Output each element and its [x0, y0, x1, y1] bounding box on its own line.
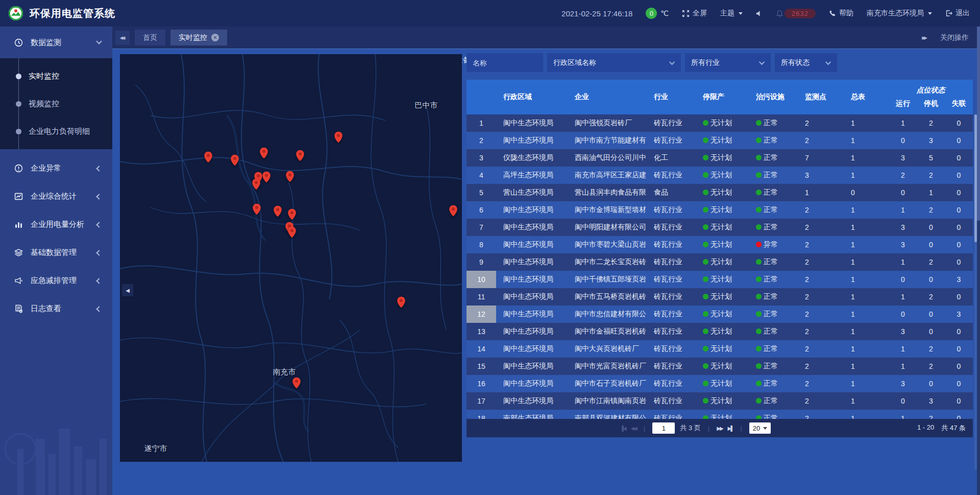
cell-halt-count: 2	[917, 414, 945, 419]
next-page-button[interactable]: ▶▶	[717, 426, 722, 431]
map-pin[interactable]	[204, 151, 213, 163]
table-row[interactable]: 4 高坪生态环境局 南充市高坪区王家店建 砖瓦行业 无计划 正常 3 1 2 2…	[467, 167, 973, 184]
cell-facility-status: 正常	[749, 257, 798, 267]
cell-meter-count: 1	[844, 310, 889, 318]
sidebar-item-base-data-management[interactable]: 基础数据管理	[0, 239, 112, 267]
cell-stop-status: 无计划	[696, 153, 749, 162]
cell-company: 南部县双河建材有限公	[568, 414, 647, 419]
header-monitor: 监测点	[798, 92, 844, 102]
sidebar-item-emergency-reduction[interactable]: 应急减排管理	[0, 267, 112, 295]
help-button[interactable]: 帮助	[829, 9, 853, 18]
sidebar-item-video-monitoring[interactable]: 视频监控	[0, 90, 112, 117]
sidebar-item-realtime-monitoring[interactable]: 实时监控	[0, 62, 112, 90]
notifications-button[interactable]: 2632	[776, 9, 816, 18]
map-pin[interactable]	[334, 131, 343, 143]
map-pin[interactable]	[287, 208, 297, 220]
chevron-down-icon	[759, 59, 765, 64]
map-pin[interactable]	[296, 150, 305, 161]
table-row[interactable]: 9 阆中生态环境局 阆中市二龙长宝页岩砖 砖瓦行业 无计划 正常 2 1 1 2…	[467, 253, 973, 271]
map-pin[interactable]	[262, 171, 271, 183]
chevron-left-icon	[96, 250, 102, 255]
sidebar-item-enterprise-abnormal[interactable]: 企业异常	[0, 154, 112, 182]
tabs-scroll-right-button[interactable]: ▶▶	[922, 35, 926, 40]
fullscreen-button[interactable]: 全屏	[682, 9, 707, 18]
cell-monitor-count: 2	[798, 327, 844, 336]
table-row[interactable]: 6 阆中生态环境局 阆中市金博瑞新型墙材 砖瓦行业 无计划 正常 2 1 1 2…	[467, 201, 973, 219]
tab-home[interactable]: 首页	[135, 30, 165, 45]
cell-halt-count: 2	[917, 362, 945, 370]
cell-seq: 4	[467, 167, 496, 184]
cell-seq: 14	[467, 340, 496, 358]
cell-run-count: 0	[889, 397, 917, 405]
cell-company: 阆中市南方节能建材有	[568, 136, 647, 145]
sidebar-item-enterprise-statistics[interactable]: 企业综合统计	[0, 182, 112, 210]
map-pin[interactable]	[230, 154, 239, 166]
cell-region: 阆中生态环境局	[496, 344, 568, 353]
table-row[interactable]: 14 阆中生态环境局 阆中大兴页岩机砖厂 砖瓦行业 无计划 正常 2 1 1 2…	[467, 340, 973, 358]
prev-page-button[interactable]: ◀◀	[631, 426, 636, 431]
map-pin[interactable]	[259, 147, 268, 159]
org-dropdown[interactable]: 南充市生态环境局	[867, 9, 932, 18]
industry-select[interactable]: 所有行业	[685, 53, 771, 72]
sidebar: 数据监测 实时监控 视频监控 企业电力负荷明细 企业异常	[0, 27, 112, 495]
table-row[interactable]: 12 阆中生态环境局 阆中市忠信建材有限公 砖瓦行业 无计划 正常 2 1 0 …	[467, 305, 973, 323]
sidebar-item-data-monitoring[interactable]: 数据监测	[0, 27, 112, 58]
mute-button[interactable]	[756, 10, 763, 17]
map-panel[interactable]: ◀ 巴中市南充市遂宁市	[120, 54, 462, 462]
table-row[interactable]: 5 营山生态环境局 营山县润丰肉食品有限 食品 无计划 正常 1 0 0 1 0	[467, 184, 973, 201]
cell-lost-count: 0	[945, 188, 973, 197]
table-row[interactable]: 1 阆中生态环境局 阆中强锐页岩砖厂 砖瓦行业 无计划 正常 2 1 1 2 0	[467, 114, 973, 132]
notification-count-badge: 2632	[785, 9, 816, 18]
map-pin[interactable]	[285, 171, 295, 182]
table-row[interactable]: 15 阆中生态环境局 阆中市光富页岩机砖厂 砖瓦行业 无计划 正常 2 1 1 …	[467, 358, 973, 375]
status-dot-icon	[703, 207, 708, 213]
sidebar-item-power-load-detail[interactable]: 企业电力负荷明细	[0, 117, 112, 145]
map-pin[interactable]	[292, 377, 301, 389]
table-row[interactable]: 13 阆中生态环境局 阆中市金福旺页岩机砖 砖瓦行业 无计划 正常 2 1 3 …	[467, 323, 973, 340]
cell-region: 高坪生态环境局	[496, 171, 568, 180]
map-pin[interactable]	[252, 178, 261, 190]
theme-dropdown[interactable]: 主题	[720, 9, 743, 18]
tab-close-icon[interactable]: ✕	[211, 34, 219, 41]
close-operations-button[interactable]: 关闭操作	[940, 33, 969, 42]
table-row[interactable]: 10 阆中生态环境局 阆中千佛镇五郎垭页岩 砖瓦行业 无计划 正常 2 1 0 …	[467, 271, 973, 288]
map-pin[interactable]	[252, 203, 261, 215]
table-row[interactable]: 16 阆中生态环境局 阆中市石子页岩机砖厂 砖瓦行业 无计划 正常 2 1 3 …	[467, 375, 973, 392]
table-row[interactable]: 2 阆中生态环境局 阆中市南方节能建材有 砖瓦行业 无计划 正常 2 1 0 3…	[467, 132, 973, 149]
name-search-input[interactable]	[467, 53, 543, 72]
last-page-button[interactable]: ▶▌	[728, 426, 733, 431]
cell-lost-count: 0	[945, 206, 973, 214]
table-row[interactable]: 7 阆中生态环境局 阆中明阳建材有限公司 砖瓦行业 无计划 正常 2 1 3 0…	[467, 219, 973, 236]
tabs-scroll-left-button[interactable]: ◀◀	[115, 31, 130, 45]
first-page-button[interactable]: ▐◀	[620, 426, 626, 431]
brand: 环保用电监管系统	[0, 6, 214, 21]
sidebar-item-log-view[interactable]: 日志查看	[0, 295, 112, 323]
page-number-input[interactable]	[652, 422, 675, 434]
cell-stop-status: 无计划	[696, 257, 749, 267]
cell-region: 阆中生态环境局	[496, 257, 568, 267]
cell-meter-count: 1	[844, 136, 889, 145]
sidebar-collapse-handle[interactable]: ◀	[122, 284, 133, 296]
page-size-select[interactable]: 20	[749, 422, 771, 434]
cell-facility-status: 正常	[749, 223, 798, 232]
map-pin[interactable]	[449, 205, 458, 217]
cell-region: 阆中生态环境局	[496, 275, 568, 284]
filter-bar: 行政区域名称 所有行业 所有状态	[467, 53, 973, 72]
region-select[interactable]: 行政区域名称	[547, 53, 681, 72]
table-row[interactable]: 17 阆中生态环境局 阆中市江南镇阆南页岩 砖瓦行业 无计划 正常 2 1 0 …	[467, 392, 973, 410]
logout-icon	[945, 10, 952, 17]
table-row[interactable]: 3 仪陇生态环境局 西南油气田分公司川中 化工 无计划 正常 7 1 3 5 0	[467, 149, 973, 167]
table-row[interactable]: 18 南部生态环境局 南部县双河建材有限公 砖瓦行业 无计划 正常 2 1 1 …	[467, 410, 973, 419]
map-pin[interactable]	[397, 296, 406, 308]
logout-button[interactable]: 退出	[945, 9, 970, 18]
sidebar-item-power-usage-analysis[interactable]: 企业用电量分析	[0, 210, 112, 239]
status-select[interactable]: 所有状态	[775, 53, 837, 72]
window-scrollbar[interactable]	[977, 27, 980, 495]
cell-halt-count: 0	[917, 310, 945, 318]
map-pin[interactable]	[273, 205, 282, 217]
cell-monitor-count: 2	[798, 414, 844, 419]
table-row[interactable]: 8 阆中生态环境局 阆中市枣碧大梁山页岩 砖瓦行业 无计划 异常 2 1 3 0…	[467, 236, 973, 253]
map-pin[interactable]	[287, 226, 297, 238]
table-row[interactable]: 11 阆中生态环境局 阆中市五马桥页岩机砖 砖瓦行业 无计划 正常 2 1 1 …	[467, 288, 973, 305]
tab-realtime-monitoring[interactable]: 实时监控 ✕	[170, 30, 227, 45]
